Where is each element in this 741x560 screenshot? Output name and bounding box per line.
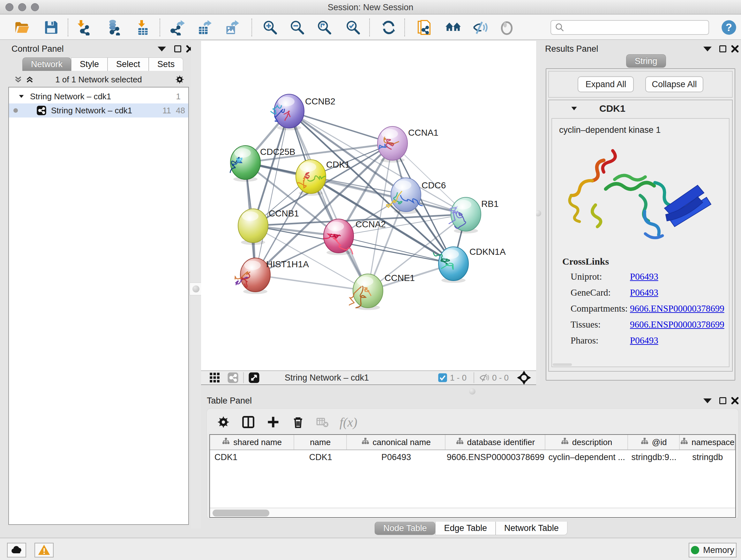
results-panel-close-button[interactable] [730, 44, 740, 54]
node-detail-header[interactable]: CDK1 [549, 100, 732, 117]
network-node-ccna2[interactable] [323, 219, 354, 255]
column-header-description[interactable]: description [545, 435, 628, 449]
add-column-icon[interactable] [266, 415, 280, 429]
table-horizontal-scrollbar[interactable] [210, 508, 735, 517]
grid-view-icon[interactable] [209, 372, 220, 383]
collapse-all-button[interactable]: Collapse All [645, 76, 703, 92]
column-header-name[interactable]: name [294, 435, 347, 449]
cloud-status-button[interactable] [7, 543, 26, 557]
crosslink-link[interactable]: P06493 [630, 271, 658, 282]
import-network-button[interactable] [75, 19, 91, 36]
collapse-arrow-icon[interactable] [18, 93, 25, 100]
crosslink-link[interactable]: P06493 [630, 335, 658, 346]
zoom-out-button[interactable] [289, 19, 306, 36]
network-collection-row[interactable]: String Network – cdk1 1 [9, 89, 188, 104]
delete-column-icon[interactable] [291, 415, 305, 429]
table-cell[interactable]: stringdb [680, 452, 735, 462]
show-columns-icon[interactable] [241, 415, 255, 429]
zoom-fit-button[interactable] [316, 19, 333, 36]
crosslink-link[interactable]: 9606.ENSP00000378699 [630, 303, 724, 314]
network-node-cdk1[interactable] [296, 160, 326, 196]
table-row[interactable]: CDK1CDK1P064939606.ENSP00000378699cyclin… [210, 450, 735, 464]
network-node-ccna1[interactable] [378, 126, 408, 163]
table-cell[interactable]: 9606.ENSP00000378699 [446, 452, 545, 462]
network-node-ccne1[interactable] [349, 274, 383, 310]
network-view-canvas[interactable]: CCNB2CCNA1CDC25BCDK1CDC6RB1CCNB1CCNA2CDK… [201, 41, 536, 370]
control-panel-float-button[interactable] [172, 44, 183, 54]
network-node-cdc6[interactable] [387, 178, 423, 214]
export-image-button[interactable] [223, 19, 240, 36]
zoom-selected-icon [345, 19, 361, 36]
search-field[interactable] [550, 20, 709, 35]
save-session-button[interactable] [43, 19, 59, 36]
tab-network-table[interactable]: Network Table [495, 522, 567, 535]
warnings-button[interactable] [35, 543, 54, 557]
network-node-cdkn1a[interactable] [433, 247, 468, 283]
left-splitter-handle[interactable] [190, 283, 202, 295]
horizontal-splitter-handle[interactable] [469, 388, 475, 395]
network-options-gear-icon[interactable] [174, 74, 185, 85]
column-header--id[interactable]: @id [628, 435, 680, 449]
network-row[interactable]: String Network – cdk1 11 48 [9, 104, 188, 118]
table-panel-float-button[interactable] [718, 395, 728, 406]
export-image-icon [224, 19, 240, 36]
selected-checkbox-icon[interactable] [438, 373, 448, 382]
tab-style[interactable]: Style [71, 57, 108, 71]
collapse-arrow-icon[interactable] [570, 105, 578, 113]
home-networks-button[interactable] [445, 19, 461, 36]
column-header-database-identifier[interactable]: database identifier [446, 435, 545, 449]
memory-button[interactable]: Memory [689, 543, 737, 557]
tab-node-table[interactable]: Node Table [375, 522, 435, 535]
tab-sets[interactable]: Sets [149, 57, 183, 71]
table-cell[interactable]: stringdb:9... [628, 452, 680, 462]
zoom-selected-button[interactable] [345, 19, 361, 36]
table-cell[interactable]: CDK1 [294, 452, 347, 462]
export-table-button[interactable] [196, 19, 212, 36]
network-edge[interactable] [289, 111, 393, 143]
network-view-mode-icon[interactable] [227, 372, 239, 383]
table-cell[interactable]: CDK1 [210, 452, 294, 462]
scrollbar-thumb[interactable] [212, 509, 269, 516]
network-edge[interactable] [255, 275, 368, 291]
expand-all-button[interactable]: Expand All [578, 76, 634, 92]
network-node-ccnb2[interactable] [271, 94, 304, 130]
export-network-button[interactable] [169, 19, 186, 36]
crosslink-link[interactable]: 9606.ENSP00000378699 [630, 319, 724, 330]
table-panel-close-button[interactable] [730, 395, 740, 406]
results-horizontal-scrollbar[interactable] [553, 363, 572, 366]
column-header-canonical-name[interactable]: canonical name [347, 435, 446, 449]
left-splitter[interactable] [191, 41, 201, 528]
show-graphics-button[interactable] [498, 19, 515, 36]
import-database-button[interactable] [105, 19, 122, 36]
results-panel-menu-button[interactable] [702, 44, 713, 54]
network-node-hist1h1a[interactable] [235, 258, 270, 294]
refresh-button[interactable] [381, 19, 397, 36]
gray-eye-icon [499, 19, 515, 36]
tab-edge-table[interactable]: Edge Table [435, 522, 495, 535]
hide-unhide-button[interactable] [472, 19, 488, 36]
fit-selected-crosshair-icon[interactable] [517, 371, 531, 385]
network-node-cdc25b[interactable] [230, 145, 260, 182]
string-network-graph[interactable]: CCNB2CCNA1CDC25BCDK1CDC6RB1CCNB1CCNA2CDK… [201, 41, 536, 370]
table-gear-icon[interactable] [216, 415, 230, 429]
table-panel-menu-button[interactable] [702, 395, 713, 406]
help-button[interactable]: ? [721, 19, 737, 36]
zoom-in-button[interactable] [262, 19, 278, 36]
tab-select[interactable]: Select [108, 57, 149, 71]
column-header-namespace[interactable]: namespace [680, 435, 735, 449]
table-cell[interactable]: cyclin–dependent ... [545, 452, 628, 462]
table-cell[interactable]: P06493 [347, 452, 446, 462]
results-panel-float-button[interactable] [718, 44, 728, 54]
control-panel-menu-button[interactable] [156, 44, 167, 54]
tab-network[interactable]: Network [22, 57, 71, 71]
tab-string[interactable]: String [626, 54, 666, 68]
open-session-button[interactable] [13, 19, 30, 36]
right-splitter[interactable] [536, 41, 540, 385]
crosslink-link[interactable]: P06493 [630, 287, 658, 298]
birdseye-view-icon[interactable] [248, 372, 260, 383]
search-input[interactable] [567, 23, 709, 33]
string-document-button[interactable] [416, 19, 433, 36]
network-node-ccnb1[interactable] [238, 209, 268, 245]
column-header-shared-name[interactable]: shared name [210, 435, 294, 449]
import-table-button[interactable] [135, 19, 151, 36]
